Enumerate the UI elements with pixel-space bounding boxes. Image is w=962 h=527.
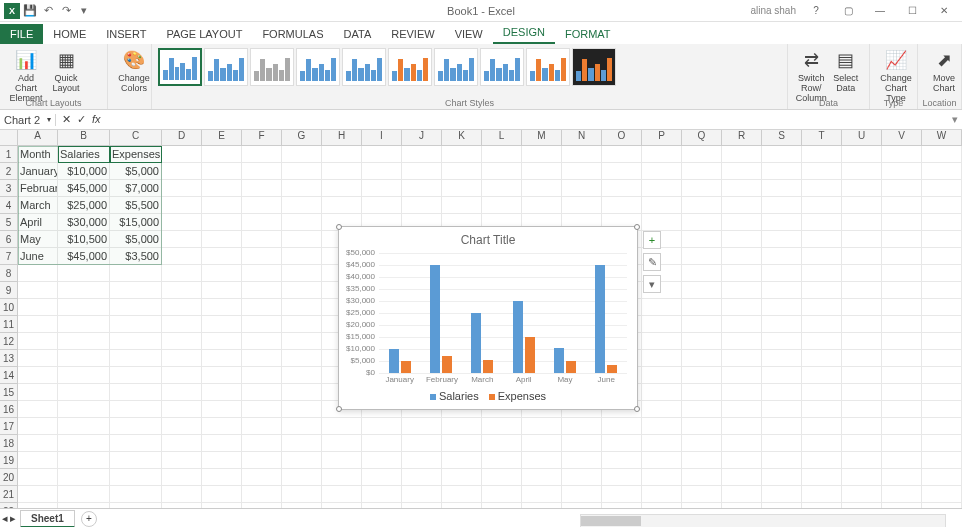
tab-format[interactable]: FORMAT xyxy=(555,24,621,44)
chart-style-4[interactable] xyxy=(296,48,340,86)
cell[interactable] xyxy=(162,435,202,452)
cell[interactable] xyxy=(482,146,522,163)
cell[interactable] xyxy=(562,418,602,435)
cell[interactable] xyxy=(242,452,282,469)
cell[interactable] xyxy=(682,214,722,231)
cell[interactable] xyxy=(18,452,58,469)
cell[interactable] xyxy=(242,418,282,435)
cell[interactable] xyxy=(602,146,642,163)
cell[interactable] xyxy=(682,282,722,299)
cell[interactable] xyxy=(162,197,202,214)
row-header[interactable]: 11 xyxy=(0,316,18,333)
cell[interactable]: $15,000 xyxy=(110,214,162,231)
col-header[interactable]: L xyxy=(482,130,522,146)
cell[interactable] xyxy=(762,469,802,486)
col-header[interactable]: E xyxy=(202,130,242,146)
move-chart-button[interactable]: ⬈Move Chart xyxy=(924,46,962,93)
cell[interactable] xyxy=(762,282,802,299)
cell[interactable] xyxy=(442,146,482,163)
cell[interactable] xyxy=(58,401,110,418)
cell[interactable] xyxy=(802,265,842,282)
tab-view[interactable]: VIEW xyxy=(445,24,493,44)
cell[interactable] xyxy=(722,248,762,265)
cell[interactable] xyxy=(562,469,602,486)
cell[interactable] xyxy=(762,418,802,435)
chart-styles-gallery[interactable] xyxy=(158,46,781,86)
cell[interactable] xyxy=(162,333,202,350)
cell[interactable] xyxy=(922,163,962,180)
cell[interactable] xyxy=(18,486,58,503)
row-header[interactable]: 9 xyxy=(0,282,18,299)
cell[interactable] xyxy=(762,214,802,231)
col-header[interactable]: I xyxy=(362,130,402,146)
cell[interactable] xyxy=(802,452,842,469)
cell[interactable] xyxy=(58,316,110,333)
cell[interactable] xyxy=(802,384,842,401)
cell[interactable] xyxy=(562,146,602,163)
cell[interactable] xyxy=(642,469,682,486)
cell[interactable] xyxy=(682,333,722,350)
cell[interactable] xyxy=(842,384,882,401)
cell[interactable] xyxy=(762,299,802,316)
cell[interactable]: $45,000 xyxy=(58,180,110,197)
cell[interactable]: $7,000 xyxy=(110,180,162,197)
cell[interactable] xyxy=(722,418,762,435)
cell[interactable] xyxy=(162,367,202,384)
cell[interactable] xyxy=(402,197,442,214)
cell[interactable] xyxy=(682,452,722,469)
cell[interactable] xyxy=(202,418,242,435)
help-icon[interactable]: ? xyxy=(804,1,828,21)
cell[interactable] xyxy=(762,163,802,180)
cell[interactable] xyxy=(282,214,322,231)
chart-legend[interactable]: Salaries Expenses xyxy=(339,390,637,402)
cell[interactable] xyxy=(562,180,602,197)
bar-salaries[interactable] xyxy=(389,349,399,373)
change-colors-button[interactable]: 🎨Change Colors xyxy=(114,46,154,93)
cell[interactable] xyxy=(762,350,802,367)
cell[interactable] xyxy=(642,418,682,435)
cell[interactable] xyxy=(110,435,162,452)
cell[interactable] xyxy=(58,367,110,384)
ribbon-options-icon[interactable]: ▢ xyxy=(836,1,860,21)
bar-expenses[interactable] xyxy=(442,356,452,373)
cell[interactable] xyxy=(922,418,962,435)
cell[interactable] xyxy=(362,163,402,180)
cell[interactable] xyxy=(642,333,682,350)
cell[interactable] xyxy=(762,316,802,333)
cell[interactable] xyxy=(642,401,682,418)
cell[interactable] xyxy=(922,248,962,265)
cell[interactable] xyxy=(58,418,110,435)
cell[interactable] xyxy=(282,435,322,452)
cell[interactable] xyxy=(642,299,682,316)
cell[interactable] xyxy=(722,469,762,486)
cell[interactable] xyxy=(442,435,482,452)
cell[interactable] xyxy=(802,282,842,299)
cell[interactable] xyxy=(282,197,322,214)
cell[interactable] xyxy=(922,214,962,231)
cell[interactable] xyxy=(522,486,562,503)
cell[interactable] xyxy=(162,418,202,435)
bar-salaries[interactable] xyxy=(430,265,440,373)
cell[interactable] xyxy=(802,299,842,316)
cell[interactable] xyxy=(762,231,802,248)
col-header[interactable]: D xyxy=(162,130,202,146)
cell[interactable] xyxy=(642,350,682,367)
cell[interactable] xyxy=(110,384,162,401)
cell[interactable] xyxy=(682,418,722,435)
cell[interactable] xyxy=(722,231,762,248)
cell[interactable] xyxy=(562,435,602,452)
row-header[interactable]: 14 xyxy=(0,367,18,384)
cell[interactable] xyxy=(202,350,242,367)
fx-icon[interactable]: fx xyxy=(92,113,101,126)
sheet-next-icon[interactable]: ▸ xyxy=(10,512,16,525)
cell[interactable] xyxy=(202,231,242,248)
cell[interactable] xyxy=(882,248,922,265)
cell[interactable] xyxy=(842,248,882,265)
cell[interactable] xyxy=(202,282,242,299)
cell[interactable] xyxy=(922,452,962,469)
cell[interactable] xyxy=(362,197,402,214)
cell[interactable] xyxy=(602,486,642,503)
row-header[interactable]: 2 xyxy=(0,163,18,180)
chart-plot-area[interactable]: $50,000$45,000$40,000$35,000$30,000$25,0… xyxy=(379,253,627,373)
cell[interactable] xyxy=(282,367,322,384)
